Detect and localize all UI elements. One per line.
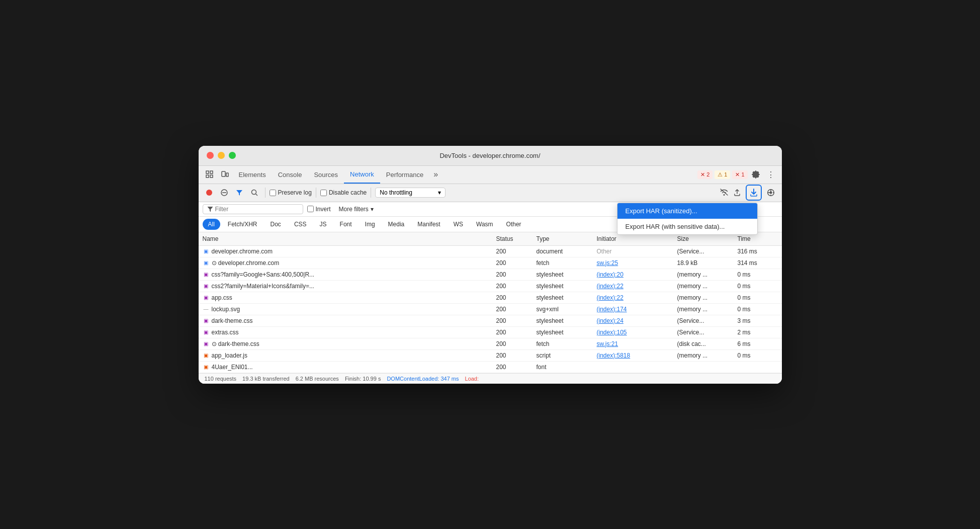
chip-manifest[interactable]: Manifest <box>412 219 446 230</box>
table-row[interactable]: ▣⊙ developer.chrome.com200fetchsw.js:251… <box>199 257 782 269</box>
warning-badge[interactable]: ⚠ 1 <box>715 170 730 179</box>
disable-cache-checkbox[interactable] <box>320 190 327 196</box>
more-options-icon[interactable]: ⋮ <box>764 167 778 182</box>
row-initiator[interactable]: (index):20 <box>597 271 677 278</box>
network-settings-icon[interactable] <box>764 186 778 200</box>
upload-icon[interactable] <box>731 186 744 199</box>
chip-other[interactable]: Other <box>501 219 527 230</box>
network-table: Name Status Type Initiator Size Time ▣de… <box>199 232 782 373</box>
row-status: 200 <box>496 271 537 278</box>
doc-icon: ▣ <box>203 248 210 255</box>
error-badge[interactable]: ✕ 2 <box>697 170 712 179</box>
row-time: 0 ms <box>738 306 778 313</box>
info-count: 1 <box>741 171 744 178</box>
chip-css[interactable]: CSS <box>289 219 312 230</box>
row-initiator[interactable]: sw.js:25 <box>597 259 677 267</box>
css-icon: ▣ <box>203 271 210 278</box>
table-row[interactable]: ▣css?family=Google+Sans:400,500|R...200s… <box>199 269 782 281</box>
chip-img[interactable]: Img <box>360 219 381 230</box>
devtools-body: Elements Console Sources Network Perform… <box>199 166 782 384</box>
export-har-sensitive-button[interactable]: Export HAR (with sensitive data)... <box>617 219 757 234</box>
row-initiator[interactable]: (index):5818 <box>597 352 677 359</box>
preserve-log-label: Preserve log <box>278 189 312 196</box>
row-size: (memory ... <box>677 294 738 301</box>
tab-sources[interactable]: Sources <box>308 165 344 184</box>
filter-icon[interactable] <box>233 186 246 199</box>
row-type: stylesheet <box>537 271 597 278</box>
chip-fetch/xhr[interactable]: Fetch/XHR <box>222 219 263 230</box>
table-row[interactable]: ▣⊙ dark-theme.css200fetchsw.js:21(disk c… <box>199 338 782 350</box>
tab-more-button[interactable]: » <box>429 165 442 184</box>
chip-doc[interactable]: Doc <box>265 219 287 230</box>
row-time: 314 ms <box>738 259 778 267</box>
filter-input[interactable] <box>215 206 291 213</box>
row-initiator[interactable]: (index):105 <box>597 329 677 336</box>
row-name-text: css2?family=Material+Icons&family=... <box>212 283 314 290</box>
row-size: 18.9 kB <box>677 259 738 267</box>
svg-line-11 <box>255 194 257 196</box>
table-row[interactable]: ▣developer.chrome.com200documentOther(Se… <box>199 246 782 257</box>
export-dropdown: Export HAR (sanitized)... Export HAR (wi… <box>617 203 758 235</box>
svg-icon: — <box>203 306 210 313</box>
row-initiator[interactable]: sw.js:21 <box>597 340 677 347</box>
table-row[interactable]: ▣extras.css200stylesheet(index):105(Serv… <box>199 327 782 338</box>
tab-network[interactable]: Network <box>344 165 380 184</box>
chip-font[interactable]: Font <box>334 219 358 230</box>
device-icon[interactable] <box>218 167 232 182</box>
table-row[interactable]: ▣dark-theme.css200stylesheet(index):24(S… <box>199 315 782 327</box>
download-har-button[interactable] <box>746 185 762 201</box>
tab-elements[interactable]: Elements <box>233 165 272 184</box>
preserve-log-checkbox-group: Preserve log <box>270 189 312 196</box>
search-icon[interactable] <box>248 186 261 199</box>
export-har-sanitized-button[interactable]: Export HAR (sanitized)... <box>617 203 757 219</box>
wifi-icon[interactable] <box>720 189 729 197</box>
invert-checkbox[interactable] <box>307 206 314 212</box>
row-initiator[interactable]: (index):174 <box>597 306 677 313</box>
filter-input-wrap[interactable] <box>203 204 303 214</box>
badge-group: ✕ 2 ⚠ 1 ✕ 1 <box>697 170 747 179</box>
settings-icon[interactable] <box>749 167 763 182</box>
clear-button[interactable] <box>218 186 231 199</box>
more-filters-arrow-icon: ▾ <box>371 206 374 213</box>
row-status: 200 <box>496 294 537 301</box>
maximize-button[interactable] <box>229 152 236 159</box>
table-row[interactable]: —lockup.svg200svg+xml(index):174(memory … <box>199 304 782 315</box>
table-row[interactable]: ▣app.css200stylesheet(index):22(memory .… <box>199 292 782 304</box>
table-row[interactable]: ▣css2?family=Material+Icons&family=...20… <box>199 281 782 292</box>
info-badge[interactable]: ✕ 1 <box>732 170 747 179</box>
tab-performance[interactable]: Performance <box>380 165 429 184</box>
minimize-button[interactable] <box>218 152 225 159</box>
chip-ws[interactable]: WS <box>448 219 469 230</box>
throttle-select[interactable]: No throttling ▾ <box>375 188 446 198</box>
throttle-value: No throttling <box>380 189 412 196</box>
row-status: 200 <box>496 352 537 359</box>
row-name-text: extras.css <box>212 329 239 336</box>
row-status: 200 <box>496 364 537 371</box>
info-icon: ✕ <box>735 171 740 178</box>
row-name-text: css?family=Google+Sans:400,500|R... <box>212 271 315 278</box>
row-size: (Service... <box>677 248 738 255</box>
record-button[interactable] <box>203 186 216 199</box>
chip-js[interactable]: JS <box>314 219 332 230</box>
row-initiator[interactable]: (index):22 <box>597 294 677 301</box>
more-filters-button[interactable]: More filters ▾ <box>335 204 378 214</box>
chip-media[interactable]: Media <box>383 219 410 230</box>
row-name-text: developer.chrome.com <box>212 248 273 255</box>
preserve-log-checkbox[interactable] <box>270 190 276 196</box>
download-area: Export HAR (sanitized)... Export HAR (wi… <box>746 185 762 201</box>
table-row[interactable]: ▣app_loader.js200script(index):5818(memo… <box>199 350 782 362</box>
inspect-icon[interactable] <box>203 167 217 182</box>
tab-console[interactable]: Console <box>272 165 308 184</box>
tab-list: Elements Console Sources Network Perform… <box>233 165 695 184</box>
row-name-text: app_loader.js <box>212 352 247 359</box>
chip-wasm[interactable]: Wasm <box>471 219 499 230</box>
row-status: 200 <box>496 340 537 347</box>
close-button[interactable] <box>207 152 214 159</box>
invert-checkbox-group: Invert <box>307 206 331 213</box>
table-row[interactable]: ▣4Uaer_ENl01...200font <box>199 362 782 373</box>
row-initiator[interactable]: (index):22 <box>597 283 677 290</box>
row-type: stylesheet <box>537 317 597 324</box>
row-time: 0 ms <box>738 352 778 359</box>
row-initiator[interactable]: (index):24 <box>597 317 677 324</box>
chip-all[interactable]: All <box>203 219 220 230</box>
